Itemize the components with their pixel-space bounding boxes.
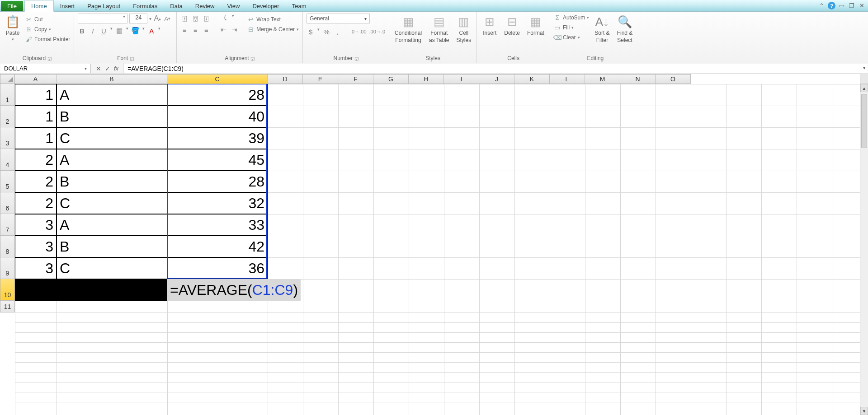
align-top-icon[interactable]: ⍐ (180, 14, 189, 23)
cell-A4[interactable]: 2 (15, 149, 57, 171)
copy-button[interactable]: ⎘Copy ▾ (25, 25, 70, 33)
cut-button[interactable]: ✂Cut (25, 15, 70, 23)
tab-view[interactable]: View (221, 0, 246, 11)
cell-B5[interactable]: B (57, 171, 167, 192)
minimize-ribbon-icon[interactable]: ⌃ (818, 2, 825, 9)
row-header-6[interactable]: 6 (0, 192, 15, 214)
bold-button[interactable]: B (78, 26, 86, 35)
select-all-corner[interactable] (0, 74, 15, 84)
cell-B2[interactable]: B (57, 106, 167, 127)
decrease-decimal-icon[interactable]: .00→.0 (369, 27, 385, 36)
cell-A2[interactable]: 1 (15, 106, 57, 127)
delete-cells-button[interactable]: ⊟Delete (502, 14, 522, 37)
alignment-dialog-launcher-icon[interactable]: ◲ (250, 56, 255, 61)
enter-formula-icon[interactable]: ✓ (105, 65, 110, 72)
font-size-combo[interactable]: 24 (129, 14, 147, 23)
wrap-text-button[interactable]: ↩Wrap Text (247, 15, 299, 23)
cell-C6[interactable]: 32 (167, 192, 268, 214)
column-header-F[interactable]: F (338, 74, 373, 84)
column-header-C[interactable]: C (167, 74, 268, 84)
font-color-icon[interactable]: A (147, 26, 156, 35)
orientation-icon[interactable]: ⤹ (221, 14, 229, 23)
active-cell-editor[interactable]: =AVERAGE(C1:C9) (167, 279, 301, 301)
increase-decimal-icon[interactable]: .0→.00 (350, 27, 366, 36)
cell-A5[interactable]: 2 (15, 171, 57, 192)
cancel-formula-icon[interactable]: ✕ (96, 65, 101, 72)
fill-color-icon[interactable]: 🪣 (131, 26, 140, 35)
shrink-font-icon[interactable]: A▾ (163, 14, 171, 23)
tab-file[interactable]: File (1, 1, 23, 11)
window-restore-icon[interactable]: ❐ (848, 2, 855, 9)
tab-review[interactable]: Review (189, 0, 221, 11)
row-header-2[interactable]: 2 (0, 106, 15, 127)
row-header-5[interactable]: 5 (0, 171, 15, 192)
format-painter-button[interactable]: 🖌Format Painter (25, 35, 70, 43)
column-header-O[interactable]: O (656, 74, 691, 84)
align-middle-icon[interactable]: ⍔ (191, 14, 199, 23)
column-header-H[interactable]: H (409, 74, 444, 84)
vertical-scrollbar[interactable]: ▲ ▼ (860, 74, 868, 415)
align-right-icon[interactable]: ≡ (202, 25, 210, 34)
tab-developer[interactable]: Developer (246, 0, 285, 11)
grid-area[interactable]: 1A281B401C392A452B282C323A333B423C36=AVE… (15, 84, 860, 415)
tab-page-layout[interactable]: Page Layout (81, 0, 127, 11)
tab-home[interactable]: Home (24, 0, 54, 12)
currency-icon[interactable]: $ (307, 27, 315, 36)
cell-B4[interactable]: A (57, 149, 167, 171)
column-header-L[interactable]: L (550, 74, 585, 84)
name-box-dropdown-icon[interactable]: ▾ (85, 66, 87, 71)
grow-font-icon[interactable]: A▴ (153, 14, 161, 23)
help-icon[interactable]: ? (828, 2, 835, 9)
scroll-thumb[interactable] (861, 94, 867, 148)
window-minimize-icon[interactable]: ▭ (838, 2, 845, 9)
insert-cells-button[interactable]: ⊞Insert (481, 14, 499, 37)
cell-B7[interactable]: A (57, 214, 167, 236)
cell-A8[interactable]: 3 (15, 236, 57, 257)
cell-C1[interactable]: 28 (167, 84, 268, 106)
tab-data[interactable]: Data (164, 0, 189, 11)
row-header-4[interactable]: 4 (0, 149, 15, 171)
row-header-7[interactable]: 7 (0, 214, 15, 236)
column-header-B[interactable]: B (57, 74, 167, 84)
cell-C4[interactable]: 45 (167, 149, 268, 171)
formula-bar-expand-icon[interactable]: ▾ (863, 65, 866, 71)
merge-center-button[interactable]: ⊟Merge & Center ▾ (247, 25, 299, 33)
insert-function-icon[interactable]: fx (114, 65, 118, 72)
format-as-table-button[interactable]: ▤Formatas Table (427, 14, 451, 44)
row-header-11[interactable]: 11 (0, 301, 15, 312)
row-header-8[interactable]: 8 (0, 236, 15, 257)
borders-icon[interactable]: ▦ (115, 26, 123, 35)
sort-filter-button[interactable]: A↓Sort &Filter (593, 14, 611, 44)
paste-button[interactable]: 📋 Paste ▾ (4, 14, 22, 42)
font-name-combo[interactable]: ▾ (78, 14, 127, 23)
increase-indent-icon[interactable]: ⇥ (230, 25, 238, 34)
cell-A6[interactable]: 2 (15, 192, 57, 214)
cell-B8[interactable]: B (57, 236, 167, 257)
cell-B10[interactable] (57, 279, 167, 301)
row-header-9[interactable]: 9 (0, 257, 15, 279)
column-header-K[interactable]: K (514, 74, 550, 84)
cell-A9[interactable]: 3 (15, 257, 57, 279)
cell-C3[interactable]: 39 (167, 127, 268, 149)
format-cells-button[interactable]: ▦Format (525, 14, 546, 37)
column-header-A[interactable]: A (15, 74, 57, 84)
autosum-button[interactable]: ΣAutoSum ▾ (554, 14, 589, 22)
cell-A7[interactable]: 3 (15, 214, 57, 236)
cell-A1[interactable]: 1 (15, 84, 57, 106)
cell-B6[interactable]: C (57, 192, 167, 214)
fill-button[interactable]: ▭Fill ▾ (554, 23, 589, 32)
tab-insert[interactable]: Insert (54, 0, 81, 11)
tab-team[interactable]: Team (286, 0, 313, 11)
decrease-indent-icon[interactable]: ⇤ (219, 25, 227, 34)
cell-B9[interactable]: C (57, 257, 167, 279)
window-close-icon[interactable]: ✕ (858, 2, 865, 9)
clipboard-dialog-launcher-icon[interactable]: ◲ (47, 56, 52, 61)
align-left-icon[interactable]: ≡ (180, 25, 189, 34)
scroll-up-icon[interactable]: ▲ (860, 84, 868, 92)
percent-icon[interactable]: % (322, 27, 330, 36)
split-box[interactable] (860, 74, 868, 84)
comma-icon[interactable]: , (333, 27, 341, 36)
cell-styles-button[interactable]: ▥CellStyles (455, 14, 473, 44)
column-header-N[interactable]: N (620, 74, 656, 84)
scroll-down-icon[interactable]: ▼ (860, 407, 868, 415)
